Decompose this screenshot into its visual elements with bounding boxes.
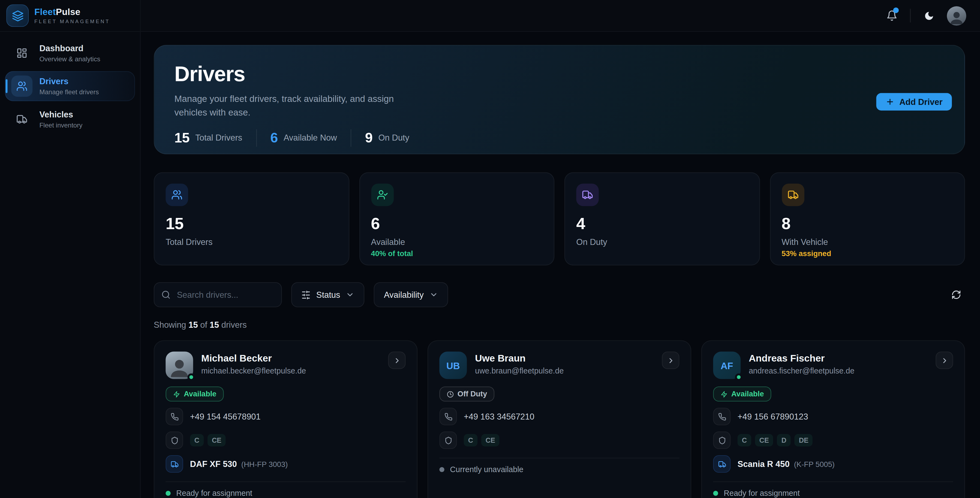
stat-separator xyxy=(351,129,351,146)
page-header: Drivers Manage your fleet drivers, track… xyxy=(154,45,965,154)
sidebar-item-vehicles[interactable]: Vehicles Fleet inventory xyxy=(5,104,135,134)
add-driver-button[interactable]: Add Driver xyxy=(876,93,951,111)
chevron-right-icon xyxy=(393,356,401,365)
stat-separator xyxy=(256,129,256,146)
sidebar-item-dashboard[interactable]: Dashboard Overview & analytics xyxy=(5,38,135,68)
stat-value: 15 xyxy=(165,214,337,233)
availability-filter-button[interactable]: Availability xyxy=(374,282,448,307)
drivers-grid: Michael Becker michael.becker@fleetpulse… xyxy=(154,340,965,498)
license-row: C CE D DE xyxy=(713,431,953,449)
users-icon xyxy=(11,76,32,97)
sidebar-item-drivers[interactable]: Drivers Manage fleet drivers xyxy=(5,71,135,101)
status-filter-button[interactable]: Status xyxy=(291,282,364,307)
license-chip: C xyxy=(738,434,751,447)
main-column: Drivers Manage your fleet drivers, track… xyxy=(141,0,980,498)
shield-icon xyxy=(439,431,457,449)
online-status-dot xyxy=(188,373,195,381)
app-window: FleetPulse FLEET MANAGEMENT Dashboard Ov… xyxy=(0,0,980,498)
stats-grid: 15 Total Drivers 6 Available 40% of tota… xyxy=(154,173,965,266)
stat-subtext: 40% of total xyxy=(371,249,542,258)
sidebar-item-label: Vehicles xyxy=(39,110,82,121)
card-divider xyxy=(165,481,406,482)
phone-icon xyxy=(165,408,183,425)
search-box xyxy=(154,282,282,307)
topbar-divider xyxy=(910,9,910,22)
sidebar-item-sublabel: Manage fleet drivers xyxy=(39,88,99,96)
availability-footer: Currently unavailable xyxy=(439,465,679,474)
refresh-icon xyxy=(951,290,961,300)
zap-icon xyxy=(173,391,180,398)
truck-icon xyxy=(713,455,730,473)
shield-icon xyxy=(165,431,183,449)
phone-icon xyxy=(713,408,730,425)
license-chip: C xyxy=(464,434,477,447)
stat-value: 4 xyxy=(576,214,748,233)
filter-row: Status Availability xyxy=(154,282,965,307)
sidebar-item-sublabel: Fleet inventory xyxy=(39,121,82,129)
moon-icon xyxy=(924,10,934,21)
phone-icon xyxy=(439,408,457,425)
driver-phone: +49 156 67890123 xyxy=(738,412,808,421)
phone-row: +49 163 34567210 xyxy=(439,408,679,425)
open-driver-button[interactable] xyxy=(388,351,406,369)
vehicle-plate: (HH-FP 3003) xyxy=(241,460,288,469)
driver-phone: +49 163 34567210 xyxy=(464,412,535,421)
header-stats: 15 Total Drivers 6 Available Now 9 On Du… xyxy=(174,129,944,146)
refresh-button[interactable] xyxy=(948,286,965,303)
license-chip: CE xyxy=(481,434,500,447)
driver-name: Uwe Braun xyxy=(475,353,654,364)
header-stat-onduty: 9 On Duty xyxy=(365,130,409,146)
vehicle-plate: (K-FP 5005) xyxy=(794,460,835,469)
layers-icon xyxy=(6,4,29,27)
card-divider xyxy=(713,481,953,482)
driver-card-uwe-braun[interactable]: UB Uwe Braun uwe.braun@fleetpulse.de Off… xyxy=(428,340,691,498)
chevron-right-icon xyxy=(940,356,948,365)
open-driver-button[interactable] xyxy=(662,351,679,369)
driver-card-andreas-fischer[interactable]: AF Andreas Fischer andreas.fischer@fleet… xyxy=(701,340,965,498)
unavailable-dot xyxy=(439,467,444,472)
license-chip: C xyxy=(190,434,204,447)
driver-email: michael.becker@fleetpulse.de xyxy=(201,366,380,375)
brand-text: FleetPulse FLEET MANAGEMENT xyxy=(34,7,110,24)
vehicle-row: DAF XF 530(HH-FP 3003) xyxy=(165,455,406,473)
theme-toggle-button[interactable] xyxy=(921,8,936,23)
license-row: C CE xyxy=(165,431,406,449)
driver-email: uwe.braun@fleetpulse.de xyxy=(475,366,654,375)
notifications-button[interactable] xyxy=(884,8,899,23)
status-badge: Available xyxy=(713,387,772,401)
license-chip: CE xyxy=(207,434,226,447)
header-stat-available: 6 Available Now xyxy=(270,130,337,146)
page-subtitle: Manage your fleet drivers, track availab… xyxy=(174,92,399,120)
chevron-down-icon xyxy=(346,290,355,299)
stat-value: 8 xyxy=(781,214,953,233)
sliders-icon xyxy=(301,290,310,300)
content-area: Drivers Manage your fleet drivers, track… xyxy=(141,32,980,498)
vehicle-row: Scania R 450(K-FP 5005) xyxy=(713,455,953,473)
sidebar-item-label: Drivers xyxy=(39,77,99,87)
search-input[interactable] xyxy=(154,282,282,307)
sidebar-nav: Dashboard Overview & analytics Drivers M… xyxy=(0,32,140,141)
brand-title: FleetPulse xyxy=(34,7,110,18)
driver-email: andreas.fischer@fleetpulse.de xyxy=(749,366,928,375)
layout-dashboard-icon xyxy=(11,43,32,64)
availability-footer: Ready for assignment xyxy=(713,489,953,498)
clock-icon xyxy=(447,391,454,398)
stat-value: 6 xyxy=(371,214,542,233)
license-chip: D xyxy=(777,434,791,447)
brand-tagline: FLEET MANAGEMENT xyxy=(34,19,110,24)
status-badge: Off Duty xyxy=(439,387,494,401)
license-chip: DE xyxy=(795,434,813,447)
stat-label: Total Drivers xyxy=(165,237,337,247)
sidebar-item-label: Dashboard xyxy=(39,44,100,54)
open-driver-button[interactable] xyxy=(935,351,953,369)
brand-block: FleetPulse FLEET MANAGEMENT xyxy=(0,0,140,32)
driver-card-michael-becker[interactable]: Michael Becker michael.becker@fleetpulse… xyxy=(154,340,417,498)
user-avatar[interactable] xyxy=(947,6,966,25)
avatar-initials: UB xyxy=(439,351,467,379)
avatar-initials: AF xyxy=(713,351,741,379)
stat-label: With Vehicle xyxy=(781,237,953,247)
topbar xyxy=(141,0,980,32)
license-chip: CE xyxy=(755,434,773,447)
stat-subtext: 53% assigned xyxy=(781,249,953,258)
sidebar: FleetPulse FLEET MANAGEMENT Dashboard Ov… xyxy=(0,0,141,498)
